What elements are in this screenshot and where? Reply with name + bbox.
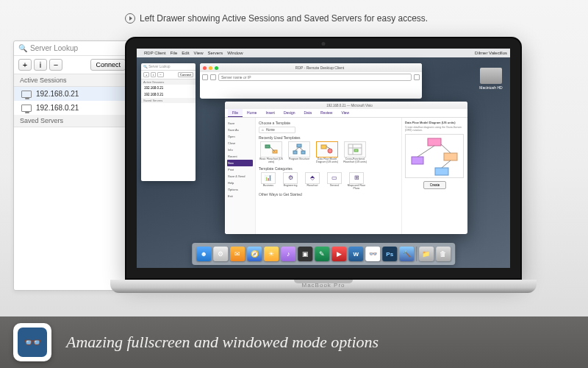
dock-word[interactable]: W xyxy=(348,247,363,261)
svg-rect-14 xyxy=(354,149,358,152)
close-icon[interactable] xyxy=(203,66,207,70)
dock-folder[interactable]: 📁 xyxy=(419,247,434,261)
side-new[interactable]: New xyxy=(227,160,253,166)
dock-app[interactable]: ▶ xyxy=(331,247,346,261)
dock-app[interactable]: ✉ xyxy=(230,247,245,261)
menu-window[interactable]: Window xyxy=(227,51,243,55)
svg-line-10 xyxy=(326,146,330,149)
svg-line-7 xyxy=(299,147,304,151)
home-breadcrumb[interactable]: ⌂ Home xyxy=(259,127,295,133)
category-item[interactable]: ⬘Flowchart xyxy=(303,172,322,190)
visio-app-name: Microsoft Visio xyxy=(351,104,373,107)
menu-servers[interactable]: Servers xyxy=(208,51,223,55)
tab-home[interactable]: Home xyxy=(243,109,261,117)
dock-app[interactable]: ▣ xyxy=(298,247,312,261)
side-save[interactable]: Save xyxy=(227,120,253,127)
visio-window: 192.168.0.21 — Microsoft Visio File Home… xyxy=(225,102,467,234)
inner-add[interactable]: + xyxy=(143,72,149,77)
dock-app[interactable]: ✎ xyxy=(315,247,329,261)
create-button[interactable]: Create xyxy=(423,181,447,189)
dock-rdpclient[interactable]: 👓 xyxy=(365,247,380,261)
session-ip: 192.168.0.21 xyxy=(36,90,79,98)
side-saveas[interactable]: Save As xyxy=(227,127,253,133)
inner-info[interactable]: i xyxy=(151,72,156,77)
template-item[interactable]: Data Flow Model Diagram (US units) xyxy=(315,141,340,164)
choose-template-label: Choose a Template xyxy=(259,121,398,125)
rdp-window: RDP - Remote Desktop Client xyxy=(200,63,422,99)
tab-insert[interactable]: Insert xyxy=(261,109,279,117)
dock-app[interactable]: ☀ xyxy=(264,247,279,261)
inner-remove[interactable]: − xyxy=(157,72,163,77)
tab-review[interactable]: Review xyxy=(316,109,337,117)
inner-session[interactable]: 192.168.0.21 xyxy=(141,91,196,98)
session-item[interactable]: 192.168.0.21 xyxy=(14,101,130,115)
active-sessions-header: Active Sessions xyxy=(14,74,130,87)
side-help[interactable]: Help xyxy=(227,180,253,186)
preview-title: Data Flow Model Diagram (US units) xyxy=(405,121,465,124)
tab-data[interactable]: Data xyxy=(300,109,317,117)
forward-icon[interactable] xyxy=(210,74,216,80)
session-ip: 192.168.0.21 xyxy=(36,104,79,112)
side-info[interactable]: Info xyxy=(227,146,253,153)
macbook-base: MacBook Pro xyxy=(110,280,537,293)
tab-view[interactable]: View xyxy=(337,109,354,117)
dock-photoshop[interactable]: Ps xyxy=(382,247,397,261)
preview-diagram xyxy=(405,134,464,178)
session-item[interactable]: 192.168.0.21 xyxy=(14,87,130,101)
tab-design[interactable]: Design xyxy=(279,109,300,117)
side-sendsave[interactable]: Save & Send xyxy=(227,173,253,180)
inner-left-drawer: 🔍 Server Lookup + i − Connect Active Ses… xyxy=(141,63,196,181)
side-exit[interactable]: Exit xyxy=(227,193,253,199)
back-icon[interactable] xyxy=(202,74,208,80)
side-print[interactable]: Print xyxy=(227,166,253,173)
menubar-user[interactable]: Dilmer Valecillos xyxy=(475,51,507,55)
category-item[interactable]: 📊Business xyxy=(259,172,278,190)
dock-trash[interactable]: 🗑 xyxy=(436,247,451,261)
side-options[interactable]: Options xyxy=(227,186,253,193)
visio-sidebar: Save Save As Open Close Info Recent New … xyxy=(225,118,256,234)
preview-desc: Create dataflow diagrams using the Gane-… xyxy=(405,126,465,132)
desktop: RDP Client File Edit View Servers Window… xyxy=(137,49,510,268)
dock-app[interactable]: ⚙ xyxy=(213,247,228,261)
menu-edit[interactable]: Edit xyxy=(182,51,189,55)
category-item[interactable]: ⊞Maps and Floor Plans xyxy=(347,172,366,190)
dock-safari[interactable]: 🧭 xyxy=(247,247,262,261)
dock-finder[interactable]: ☻ xyxy=(196,247,211,261)
dock-app[interactable]: ♪ xyxy=(281,247,295,261)
app-name[interactable]: RDP Client xyxy=(144,51,166,55)
template-item[interactable]: Program Structure xyxy=(287,141,312,164)
harddrive-icon[interactable]: Macintosh HD xyxy=(479,68,503,90)
inner-session[interactable]: 192.168.0.21 xyxy=(141,85,196,91)
address-field[interactable] xyxy=(218,74,412,81)
zoom-icon[interactable] xyxy=(215,66,218,70)
add-button[interactable]: + xyxy=(18,59,32,71)
reload-icon[interactable] xyxy=(414,74,420,80)
menu-view[interactable]: View xyxy=(194,51,204,55)
svg-point-9 xyxy=(328,149,332,153)
macbook-frame: RDP Client File Edit View Servers Window… xyxy=(125,37,522,293)
inner-search[interactable]: 🔍 Server Lookup xyxy=(141,63,196,71)
template-item[interactable]: Cross-Functional Flowchart (US units) xyxy=(343,141,368,164)
side-close[interactable]: Close xyxy=(227,140,253,146)
side-recent[interactable]: Recent xyxy=(227,153,253,160)
info-button[interactable]: i xyxy=(34,59,47,71)
harddrive-label: Macintosh HD xyxy=(479,85,502,90)
template-item[interactable]: Basic Flowchart (US units) xyxy=(259,141,284,164)
connect-button[interactable]: Connect xyxy=(90,59,126,71)
svg-rect-18 xyxy=(435,168,448,175)
category-item[interactable]: ▭General xyxy=(325,172,344,190)
inner-active-header: Active Sessions xyxy=(141,79,196,85)
rdp-title: RDP - Remote Desktop Client xyxy=(295,66,344,70)
menu-file[interactable]: File xyxy=(171,51,178,55)
dock-xcode[interactable]: 🔨 xyxy=(399,247,414,261)
minimize-icon[interactable] xyxy=(209,66,212,70)
side-open[interactable]: Open xyxy=(227,133,253,140)
monitor-icon xyxy=(21,91,32,98)
server-search[interactable]: 🔍 Server Lookup xyxy=(14,41,130,56)
binoculars-icon: 👓 xyxy=(18,328,47,357)
tab-file[interactable]: File xyxy=(228,109,243,117)
inner-connect[interactable]: Connect xyxy=(178,72,193,77)
dock-separator xyxy=(416,247,417,261)
category-item[interactable]: ⚙Engineering xyxy=(281,172,300,190)
remove-button[interactable]: − xyxy=(49,59,62,71)
